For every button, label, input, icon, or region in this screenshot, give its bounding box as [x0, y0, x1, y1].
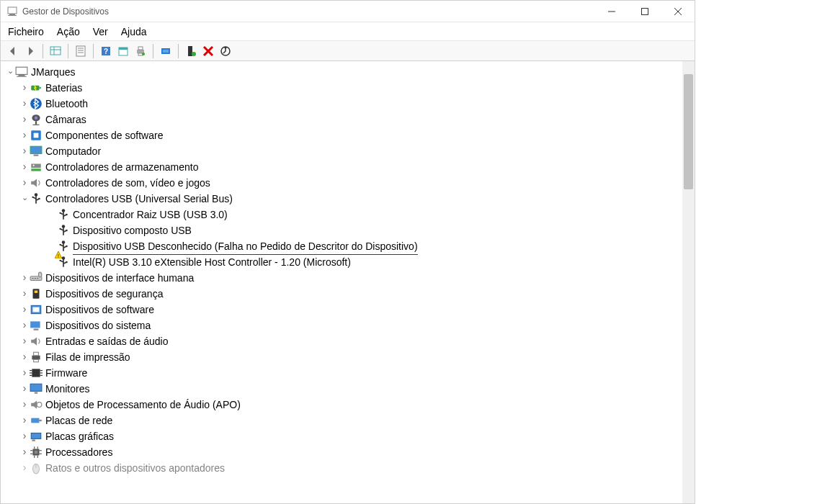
- tree-item-usb-intel[interactable]: Intel(R) USB 3.10 eXtensible Host Contro…: [1, 254, 682, 270]
- svg-rect-0: [8, 7, 17, 14]
- vertical-scrollbar[interactable]: [682, 61, 695, 503]
- expand-arrow-icon[interactable]: [19, 365, 30, 382]
- system-device-icon: [30, 319, 43, 332]
- calendar-button[interactable]: [115, 43, 131, 59]
- expand-arrow-icon[interactable]: [19, 159, 30, 176]
- svg-rect-17: [119, 48, 128, 50]
- tree-label: Componentes de software: [45, 127, 163, 143]
- toolbar-separator: [178, 44, 179, 58]
- expand-arrow-icon[interactable]: [19, 413, 30, 429]
- tree-item-cameras[interactable]: Câmaras: [1, 112, 682, 127]
- tree-item-mice[interactable]: Ratos e outros dispositivos apontadores: [1, 460, 682, 476]
- expand-arrow-icon[interactable]: [19, 191, 30, 207]
- svg-rect-19: [138, 47, 143, 50]
- usb-icon: [30, 192, 43, 205]
- svg-point-71: [38, 272, 42, 277]
- device-tree[interactable]: JMarques Baterias Bluetooth: [1, 61, 682, 503]
- tree-label: Entradas e saídas de áudio: [45, 333, 168, 349]
- tree-item-usb-composite[interactable]: Dispositivo composto USB: [1, 222, 682, 238]
- expand-arrow-icon[interactable]: [19, 428, 30, 445]
- tree-item-firmware[interactable]: Firmware: [1, 365, 682, 381]
- tree-item-print-queues[interactable]: Filas de impressão: [1, 349, 682, 365]
- svg-rect-69: [35, 278, 36, 279]
- tree-item-apo[interactable]: Objetos de Processamento de Áudio (APO): [1, 397, 682, 413]
- svg-point-48: [32, 197, 33, 198]
- toolbar-separator: [93, 44, 94, 58]
- tree-item-network-adapters[interactable]: Placas de rede: [1, 413, 682, 428]
- tree-item-security-devices[interactable]: Dispositivos de segurança: [1, 286, 682, 302]
- svg-point-52: [59, 212, 61, 214]
- uninstall-device-button[interactable]: [200, 43, 216, 59]
- expand-arrow-icon[interactable]: [19, 175, 30, 192]
- properties-button[interactable]: [73, 43, 89, 59]
- battery-icon: [30, 81, 43, 94]
- tree-label: Dispositivo USB Desconhecido (Falha no P…: [73, 238, 418, 255]
- tree-item-processors[interactable]: Processadores: [1, 444, 682, 460]
- maximize-button[interactable]: [628, 1, 661, 22]
- tree-label: Dispositivos de software: [45, 302, 154, 318]
- tree-item-usb-root-hub[interactable]: Concentrador Raiz USB (USB 3.0): [1, 207, 682, 222]
- expand-arrow-icon[interactable]: [19, 270, 30, 287]
- tree-label: Controladores USB (Universal Serial Bus): [45, 191, 233, 207]
- tree-item-display-adapters[interactable]: Placas gráficas: [1, 428, 682, 444]
- scan-hardware-button[interactable]: [158, 43, 174, 59]
- scrollbar-thumb[interactable]: [684, 74, 693, 189]
- menu-view[interactable]: Ver: [93, 26, 108, 37]
- expand-arrow-icon[interactable]: [19, 318, 30, 334]
- svg-rect-24: [188, 46, 192, 56]
- expand-arrow-icon[interactable]: [19, 460, 30, 477]
- tree-item-bluetooth[interactable]: Bluetooth: [1, 96, 682, 112]
- print-button[interactable]: [133, 43, 148, 59]
- tree-label: Controladores de armazenamento: [45, 159, 198, 175]
- expand-arrow-icon[interactable]: [19, 349, 30, 366]
- storage-controller-icon: [30, 161, 43, 174]
- svg-rect-81: [32, 369, 40, 377]
- tree-item-sound-controllers[interactable]: Controladores de som, vídeo e jogos: [1, 175, 682, 191]
- tree-root[interactable]: JMarques: [1, 64, 682, 80]
- computer-icon: [30, 145, 43, 158]
- forward-button[interactable]: [22, 43, 38, 59]
- help-button[interactable]: ?: [98, 43, 114, 59]
- firmware-icon: [30, 366, 43, 379]
- toolbar-separator: [68, 44, 68, 58]
- expand-arrow-icon[interactable]: [19, 96, 30, 112]
- printer-icon: [30, 351, 43, 364]
- minimize-button[interactable]: [595, 1, 628, 22]
- svg-rect-29: [16, 67, 27, 74]
- update-driver-button[interactable]: [218, 43, 233, 59]
- close-button[interactable]: [661, 1, 695, 22]
- back-button[interactable]: [5, 43, 21, 59]
- svg-rect-76: [30, 321, 40, 328]
- tree-item-audio-io[interactable]: Entradas e saídas de áudio: [1, 333, 682, 349]
- tree-item-computer[interactable]: Computador: [1, 143, 682, 159]
- tree-item-hid[interactable]: Dispositivos de interface humana: [1, 270, 682, 286]
- enable-device-button[interactable]: [183, 43, 199, 59]
- security-icon: [30, 287, 43, 300]
- expand-arrow-icon[interactable]: [19, 333, 30, 350]
- tree-item-system-devices[interactable]: Dispositivos do sistema: [1, 318, 682, 333]
- tree-item-monitors[interactable]: Monitores: [1, 381, 682, 397]
- tree-item-usb-unknown[interactable]: ! Dispositivo USB Desconhecido (Falha no…: [1, 238, 682, 254]
- expand-arrow-icon[interactable]: [19, 302, 30, 318]
- expand-arrow-icon[interactable]: [19, 397, 30, 413]
- expand-arrow-icon[interactable]: [19, 143, 30, 160]
- show-hide-tree-button[interactable]: [48, 43, 63, 59]
- expand-arrow-icon[interactable]: [19, 444, 30, 461]
- expand-arrow-icon[interactable]: [5, 64, 15, 80]
- tree-item-storage-controllers[interactable]: Controladores de armazenamento: [1, 159, 682, 175]
- menu-file[interactable]: Ficheiro: [8, 26, 44, 37]
- menu-help[interactable]: Ajuda: [121, 26, 147, 37]
- tree-item-usb-controllers[interactable]: Controladores USB (Universal Serial Bus): [1, 191, 682, 207]
- tree-item-software-components[interactable]: Componentes de software: [1, 127, 682, 143]
- expand-arrow-icon[interactable]: [19, 127, 30, 144]
- tree-label: Processadores: [45, 444, 112, 460]
- expand-arrow-icon[interactable]: [19, 112, 30, 128]
- expand-arrow-icon[interactable]: [19, 381, 30, 397]
- audio-processing-icon: [30, 398, 43, 411]
- tree-item-batteries[interactable]: Baterias: [1, 80, 682, 96]
- expand-arrow-icon[interactable]: [19, 286, 30, 302]
- svg-point-25: [192, 52, 196, 56]
- expand-arrow-icon[interactable]: [19, 80, 30, 96]
- tree-item-software-devices[interactable]: Dispositivos de software: [1, 302, 682, 318]
- menu-action[interactable]: Ação: [57, 26, 80, 37]
